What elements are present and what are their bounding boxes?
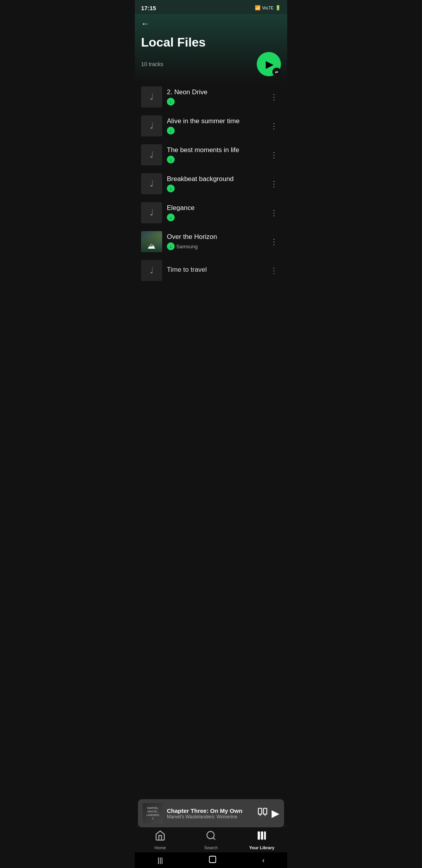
track-meta: ↓: [167, 98, 262, 106]
music-note-icon: ♩: [150, 265, 154, 276]
track-count-row: 10 tracks ▶ ⇄: [141, 52, 281, 82]
track-meta: ↓: [167, 156, 262, 163]
track-thumbnail: ♩: [141, 115, 162, 136]
music-note-icon: ♩: [150, 121, 154, 131]
status-time: 17:15: [141, 5, 156, 11]
more-options-button[interactable]: ⋮: [267, 118, 281, 134]
track-info: 2. Neon Drive ↓: [167, 88, 262, 106]
download-icon: ↓: [167, 98, 175, 106]
track-item[interactable]: ♩ Alive in the summer time ↓ ⋮: [135, 111, 287, 140]
track-name: Over the Horizon: [167, 233, 262, 241]
track-info: Breakbeat background ↓: [167, 175, 262, 192]
download-icon: ↓: [167, 242, 175, 250]
page-title: Local Files: [141, 35, 281, 50]
track-item[interactable]: Over the Horizon ↓ Samsung ⋮: [135, 227, 287, 256]
track-thumbnail: ♩: [141, 173, 162, 194]
shuffle-badge: ⇄: [272, 68, 281, 76]
track-meta: ↓: [167, 127, 262, 135]
back-button[interactable]: ←: [141, 19, 150, 29]
track-info: The best moments in life ↓: [167, 146, 262, 163]
track-info: Alive in the summer time ↓: [167, 117, 262, 135]
play-icon: ▶: [266, 58, 274, 70]
wifi-icon: 📶: [255, 5, 261, 11]
track-name: Elegance: [167, 204, 262, 212]
track-name: Alive in the summer time: [167, 117, 262, 125]
music-note-icon: ♩: [150, 92, 154, 102]
track-thumbnail: [141, 231, 162, 252]
track-info: Over the Horizon ↓ Samsung: [167, 233, 262, 250]
more-options-button[interactable]: ⋮: [267, 147, 281, 163]
play-shuffle-button[interactable]: ▶ ⇄: [257, 52, 281, 76]
track-item[interactable]: ♩ The best moments in life ↓ ⋮: [135, 140, 287, 169]
track-item[interactable]: ♩ Time to travel ⋮: [135, 256, 287, 285]
music-note-icon: ♩: [150, 179, 154, 189]
track-item[interactable]: ♩ Elegance ↓ ⋮: [135, 198, 287, 227]
download-icon: ↓: [167, 156, 175, 163]
more-options-button[interactable]: ⋮: [267, 234, 281, 249]
download-icon: ↓: [167, 127, 175, 135]
track-item[interactable]: ♩ 2. Neon Drive ↓ ⋮: [135, 82, 287, 111]
status-icons: 📶 VoLTE 🔋: [255, 5, 281, 11]
music-note-icon: ♩: [150, 208, 154, 218]
track-meta: ↓: [167, 185, 262, 192]
music-note-icon: ♩: [150, 150, 154, 160]
track-name: Time to travel: [167, 266, 262, 274]
track-name: The best moments in life: [167, 146, 262, 154]
track-artist: Samsung: [176, 244, 198, 249]
more-options-button[interactable]: ⋮: [267, 205, 281, 221]
track-thumbnail: ♩: [141, 202, 162, 223]
track-list: ♩ 2. Neon Drive ↓ ⋮ ♩ Alive in the summe…: [135, 82, 287, 288]
shuffle-icon: ⇄: [275, 70, 278, 74]
track-name: Breakbeat background: [167, 175, 262, 183]
more-options-button[interactable]: ⋮: [267, 263, 281, 278]
battery-icon: 🔋: [275, 5, 281, 11]
download-icon: ↓: [167, 185, 175, 192]
download-icon: ↓: [167, 213, 175, 221]
track-thumbnail: ♩: [141, 260, 162, 281]
track-meta: ↓ Samsung: [167, 242, 262, 250]
status-bar: 17:15 📶 VoLTE 🔋: [135, 0, 287, 14]
track-name: 2. Neon Drive: [167, 88, 262, 96]
track-meta: ↓: [167, 213, 262, 221]
track-info: Time to travel: [167, 266, 262, 275]
track-count: 10 tracks: [141, 61, 163, 67]
track-info: Elegance ↓: [167, 204, 262, 221]
track-list-scroll[interactable]: ♩ 2. Neon Drive ↓ ⋮ ♩ Alive in the summe…: [135, 82, 287, 364]
track-item[interactable]: ♩ Breakbeat background ↓ ⋮: [135, 169, 287, 198]
header-area: ← Local Files 10 tracks ▶ ⇄: [135, 14, 287, 82]
track-thumbnail: ♩: [141, 144, 162, 165]
more-options-button[interactable]: ⋮: [267, 89, 281, 105]
more-options-button[interactable]: ⋮: [267, 176, 281, 192]
track-thumbnail: ♩: [141, 86, 162, 108]
signal-icon: VoLTE: [262, 6, 274, 10]
